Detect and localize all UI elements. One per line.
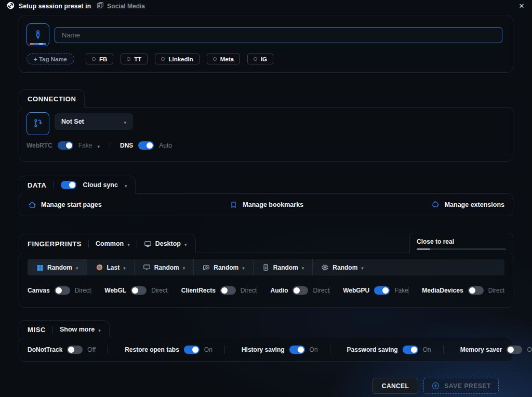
session-preset-dialog: Setup session preset in Social Media + T…: [0, 0, 532, 397]
tag-dot-icon: [213, 57, 217, 61]
toggle-value: Direct: [488, 287, 504, 294]
connection-title: CONNECTION: [28, 95, 76, 103]
chevron-down-icon: [76, 263, 78, 271]
fingerprint-dropdown[interactable]: Random: [253, 259, 313, 275]
fingerprint-dropdown[interactable]: Random: [193, 259, 253, 275]
divider: [110, 142, 110, 150]
fingerprint-dropdown[interactable]: Random: [28, 259, 87, 275]
ram-icon: [262, 263, 270, 271]
toggle-value: On: [423, 346, 431, 353]
show-more-button[interactable]: Show more: [60, 326, 101, 334]
profile-type-button[interactable]: [26, 23, 49, 46]
tag-chip[interactable]: FB: [86, 54, 113, 64]
toggle-switch[interactable]: [374, 286, 390, 295]
chevron-down-icon[interactable]: [125, 180, 127, 190]
toggle-label: ClientRects: [181, 287, 216, 294]
bookmark-icon: [229, 201, 238, 209]
toggle-switch[interactable]: [67, 346, 83, 354]
platform-select[interactable]: Desktop: [144, 240, 187, 248]
toggle-switch[interactable]: [468, 286, 484, 295]
manage-link[interactable]: Manage extensions: [431, 201, 504, 209]
fingerprint-dropdown[interactable]: Last: [87, 259, 134, 275]
misc-title: MISC: [28, 326, 46, 334]
fingerprint-dropdown-bar: Random Last Random Random Random: [28, 259, 504, 275]
add-tag-button[interactable]: + Tag Name: [26, 54, 74, 64]
misc-toggle-group: Restore open tabs On: [96, 346, 212, 354]
toggle-switch[interactable]: [403, 346, 418, 354]
toggle-switch[interactable]: [507, 346, 522, 354]
fingerprint-toggle-group: Canvas Direct: [28, 286, 91, 295]
toggle-value: Off: [527, 346, 532, 353]
close-icon[interactable]: [517, 2, 526, 11]
fingerprint-toggle-group: Audio Direct: [257, 286, 329, 295]
toggle-switch[interactable]: [292, 286, 308, 295]
toggle-label: MediaDevices: [422, 287, 463, 294]
fingerprint-dropdown-value: Last: [107, 264, 120, 271]
chevron-down-icon[interactable]: [97, 141, 100, 150]
fingerprint-dropdown-value: Random: [214, 264, 238, 271]
gpu-icon: [202, 263, 210, 271]
tag-label: IG: [261, 56, 267, 62]
fingerprints-title: FINGERPRINTS: [28, 240, 82, 248]
chevron-down-icon: [123, 263, 126, 271]
tag-label: Meta: [220, 56, 234, 62]
misc-toggle-group: DoNotTrack Off: [28, 346, 96, 354]
tag-dot-icon: [254, 57, 257, 61]
misc-tab: MISC Show more: [19, 320, 110, 338]
tag-chip[interactable]: TT: [121, 54, 148, 64]
cloud-sync-toggle[interactable]: [61, 181, 76, 189]
toggle-label: Audio: [270, 287, 288, 294]
fingerprints-section: Random Last Random Random Random: [19, 253, 513, 308]
manage-link[interactable]: Manage start pages: [28, 201, 102, 209]
manage-link[interactable]: Manage bookmarks: [229, 201, 303, 209]
dialog-footer: CANCEL SAVE PRESET: [373, 378, 499, 394]
connection-tab: CONNECTION: [19, 89, 85, 108]
person-icon: [33, 29, 43, 41]
webrtc-toggle[interactable]: [58, 141, 73, 150]
puzzle-icon: [431, 201, 440, 209]
toggle-label: WebGPU: [343, 287, 369, 294]
dns-value: Auto: [159, 142, 172, 149]
toggle-value: Off: [87, 346, 96, 353]
misc-toggles-row: DoNotTrack Off Restore open tabs On Hist…: [19, 338, 513, 361]
fingerprints-tab: FINGERPRINTS Common Desktop: [19, 234, 196, 253]
chevron-down-icon: [302, 263, 304, 271]
fingerprint-dropdown-value: Random: [273, 264, 298, 271]
toggle-value: On: [204, 346, 212, 353]
tag-dot-icon: [161, 57, 165, 61]
toggle-switch[interactable]: [184, 346, 200, 354]
tag-list: FB TT LinkedIn Meta IG: [86, 54, 273, 64]
toggle-switch[interactable]: [131, 286, 147, 295]
profile-cards-icon: [96, 1, 104, 11]
cancel-button[interactable]: CANCEL: [373, 378, 418, 394]
tag-chip[interactable]: IG: [247, 54, 273, 64]
home-icon: [28, 201, 36, 209]
toggle-switch[interactable]: [289, 346, 305, 354]
toggle-value: Fake: [394, 287, 408, 294]
toggle-switch[interactable]: [55, 286, 70, 295]
proxy-type-button[interactable]: [26, 112, 49, 135]
plus-circle-icon: [431, 381, 440, 390]
dns-toggle[interactable]: [138, 141, 154, 150]
fingerprint-dropdown-value: Random: [332, 264, 357, 271]
chevron-down-icon: [98, 326, 101, 334]
proxy-select[interactable]: Not Set: [55, 113, 133, 130]
name-input[interactable]: [55, 27, 502, 43]
chevron-down-icon: [127, 240, 130, 248]
fingerprint-dropdown[interactable]: Random: [134, 259, 194, 275]
tag-chip[interactable]: Meta: [207, 54, 240, 64]
save-preset-button[interactable]: SAVE PRESET: [423, 378, 499, 394]
manage-link-label: Manage bookmarks: [243, 201, 303, 208]
toggle-value: Direct: [75, 287, 91, 294]
fingerprint-toggle-group: MediaDevices Direct: [408, 286, 504, 295]
fingerprint-dropdown[interactable]: Random: [312, 259, 372, 275]
fingerprint-preset-select[interactable]: Common: [96, 240, 130, 248]
data-section: Manage start pages Manage bookmarks Mana…: [19, 193, 513, 216]
dialog-title: Setup session preset in: [19, 3, 91, 10]
quality-bar: [417, 248, 506, 250]
toggle-switch[interactable]: [220, 286, 236, 295]
toggle-label: Password saving: [347, 346, 398, 353]
proxy-select-value: Not Set: [61, 118, 84, 125]
tag-chip[interactable]: LinkedIn: [155, 54, 199, 64]
toggle-value: Direct: [241, 287, 257, 294]
